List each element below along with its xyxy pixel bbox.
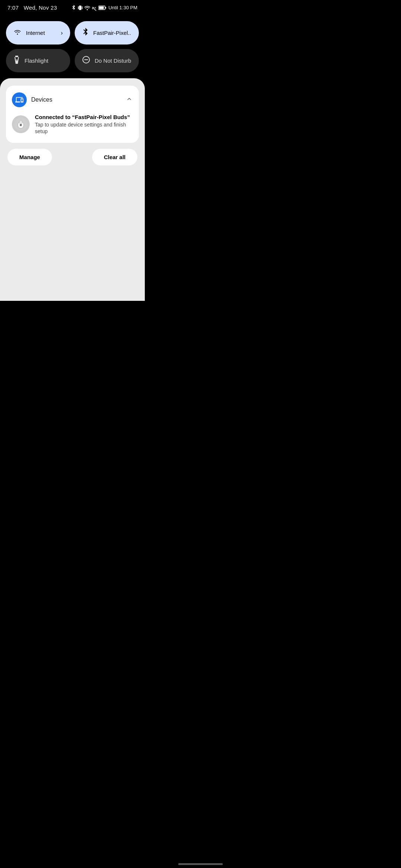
battery-icon	[98, 5, 107, 10]
fastpair-tile[interactable]: FastPair-Pixel..	[75, 21, 139, 45]
manage-button[interactable]: Manage	[7, 149, 52, 165]
svg-rect-5	[105, 7, 106, 9]
action-buttons: Manage Clear all	[6, 149, 139, 165]
status-right: Until 1:30 PM	[71, 5, 137, 11]
svg-rect-4	[99, 6, 104, 9]
status-date: Wed, Nov 23	[24, 4, 57, 11]
bluetooth-icon	[71, 5, 76, 11]
svg-rect-6	[15, 56, 18, 57]
internet-chevron-icon: ›	[61, 30, 63, 36]
device-info: Connected to “FastPair-Pixel Buds” Tap t…	[35, 114, 133, 135]
collapse-icon[interactable]	[125, 95, 133, 105]
battery-until-text: Until 1:30 PM	[108, 5, 137, 10]
status-time-date: 7:07 Wed, Nov 23	[7, 4, 57, 11]
internet-tile[interactable]: Internet ›	[6, 21, 70, 45]
status-bar: 7:07 Wed, Nov 23	[0, 0, 145, 14]
wifi-tile-icon	[13, 29, 22, 37]
device-section-title: Devices	[31, 96, 52, 103]
device-connected-title: Connected to “FastPair-Pixel Buds”	[35, 114, 133, 120]
device-connected-subtitle: Tap to update device settings and finish…	[35, 121, 133, 135]
fastpair-label: FastPair-Pixel..	[93, 30, 131, 36]
flashlight-tile-icon	[13, 56, 20, 66]
device-card-title-row: Devices	[12, 92, 52, 107]
flashlight-tile[interactable]: Flashlight	[6, 49, 70, 72]
device-thumbnail	[12, 115, 30, 133]
dnd-tile[interactable]: Do Not Disturb	[75, 49, 139, 72]
device-card-header: Devices	[12, 92, 133, 107]
dnd-tile-icon	[82, 56, 90, 66]
signal-icon	[92, 5, 97, 11]
svg-rect-1	[78, 6, 79, 9]
notification-area: Devices Connected to “FastPa	[0, 78, 145, 301]
devices-icon	[15, 96, 23, 104]
svg-rect-2	[82, 6, 82, 9]
device-icon-circle	[12, 92, 27, 107]
svg-point-7	[16, 59, 17, 61]
clear-all-button[interactable]: Clear all	[92, 149, 137, 165]
flashlight-label: Flashlight	[25, 57, 48, 64]
dnd-label: Do Not Disturb	[95, 57, 131, 64]
status-icons	[71, 5, 107, 11]
bluetooth-tile-icon	[82, 28, 89, 38]
internet-label: Internet	[26, 30, 45, 36]
svg-point-12	[19, 121, 22, 124]
device-item[interactable]: Connected to “FastPair-Pixel Buds” Tap t…	[12, 112, 133, 136]
svg-rect-0	[79, 6, 81, 10]
quick-settings: Internet › FastPair-Pixel.. Flashlight	[0, 14, 145, 78]
device-card[interactable]: Devices Connected to “FastPa	[6, 86, 139, 143]
pixel-buds-icon	[13, 117, 28, 132]
status-time: 7:07	[7, 4, 19, 11]
svg-point-14	[20, 125, 22, 126]
vibrate-icon	[78, 5, 83, 11]
wifi-icon	[84, 5, 90, 10]
